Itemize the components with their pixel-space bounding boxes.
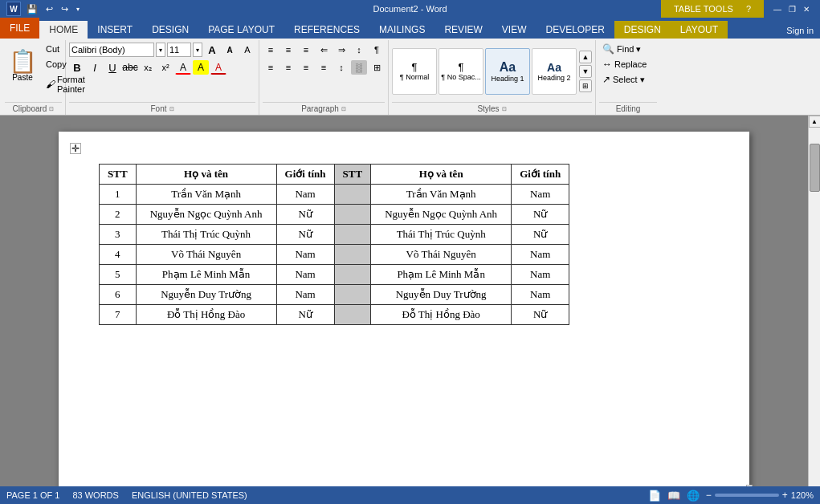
cell-name2-2[interactable]: Thái Thị Trúc Quỳnh <box>371 225 512 245</box>
font-grow-btn[interactable]: A <box>204 43 220 57</box>
style-heading1[interactable]: Aa Heading 1 <box>485 48 530 95</box>
cell-stt2-3[interactable] <box>334 245 371 265</box>
view-web-btn[interactable]: 🌐 <box>687 490 700 502</box>
tab-mailings[interactable]: MAILINGS <box>369 21 434 39</box>
multilevel-btn[interactable]: ≡ <box>298 43 314 57</box>
style-heading2[interactable]: Aa Heading 2 <box>532 48 577 95</box>
cell-name2-5[interactable]: Nguyễn Duy Trường <box>371 285 512 305</box>
cell-gender2-4[interactable]: Nam <box>512 265 569 285</box>
tab-home[interactable]: HOME <box>39 21 88 39</box>
cell-stt1-4[interactable]: 5 <box>100 265 137 285</box>
qat-more-btn[interactable]: ▾ <box>74 5 82 14</box>
numbering-btn[interactable]: ≡ <box>280 43 296 57</box>
font-color-btn[interactable]: A <box>210 60 226 75</box>
tab-file[interactable]: FILE <box>0 18 39 39</box>
show-marks-btn[interactable]: ¶ <box>369 43 385 57</box>
decrease-indent-btn[interactable]: ⇐ <box>316 43 332 57</box>
tab-page-layout[interactable]: PAGE LAYOUT <box>198 21 284 39</box>
styles-more-btn[interactable]: ⊞ <box>579 79 592 92</box>
clipboard-expand-icon[interactable]: ⊡ <box>49 106 54 112</box>
cell-gender1-2[interactable]: Nữ <box>276 225 334 245</box>
cell-stt2-0[interactable] <box>334 185 371 205</box>
align-left-btn[interactable]: ≡ <box>263 60 279 75</box>
cell-gender1-0[interactable]: Nam <box>276 185 334 205</box>
tab-insert[interactable]: INSERT <box>88 21 142 39</box>
sort-btn[interactable]: ↕ <box>351 43 367 57</box>
cell-name2-4[interactable]: Phạm Lê Minh Mẫn <box>371 265 512 285</box>
cell-stt1-2[interactable]: 3 <box>100 225 137 245</box>
cell-gender2-5[interactable]: Nam <box>512 285 569 305</box>
sign-in-link[interactable]: Sign in <box>786 26 814 35</box>
cell-gender2-0[interactable]: Nam <box>512 185 569 205</box>
tab-review[interactable]: REVIEW <box>434 21 492 39</box>
subscript-btn[interactable]: x₂ <box>140 60 156 75</box>
scroll-thumb[interactable] <box>810 144 820 192</box>
cell-stt1-3[interactable]: 4 <box>100 245 137 265</box>
help-btn[interactable]: ? <box>746 4 751 14</box>
font-shrink-btn[interactable]: A <box>222 43 238 57</box>
cell-name1-3[interactable]: Võ Thái Nguyên <box>136 245 276 265</box>
scroll-up-btn[interactable]: ▲ <box>809 116 821 128</box>
cell-name2-3[interactable]: Võ Thái Nguyên <box>371 245 512 265</box>
font-expand-icon[interactable]: ⊡ <box>169 106 174 112</box>
restore-btn[interactable]: ❐ <box>785 2 799 16</box>
bullets-btn[interactable]: ≡ <box>263 43 279 57</box>
bold-btn[interactable]: B <box>69 60 85 75</box>
styles-expand-icon[interactable]: ⊡ <box>502 106 507 112</box>
cell-gender1-5[interactable]: Nam <box>276 285 334 305</box>
zoom-slider[interactable] <box>715 494 779 497</box>
paragraph-expand-icon[interactable]: ⊡ <box>341 106 346 112</box>
minimize-btn[interactable]: — <box>770 2 785 16</box>
font-name-dropdown[interactable]: ▾ <box>156 43 165 57</box>
font-name-input[interactable] <box>69 43 154 57</box>
cell-gender1-6[interactable]: Nữ <box>276 305 334 325</box>
font-size-dropdown[interactable]: ▾ <box>193 43 202 57</box>
cell-name2-1[interactable]: Nguyễn Ngọc Quỳnh Anh <box>371 205 512 225</box>
cell-name1-6[interactable]: Đỗ Thị Hồng Đào <box>136 305 276 325</box>
cell-stt2-4[interactable] <box>334 265 371 285</box>
save-qat-btn[interactable]: 💾 <box>24 3 40 15</box>
select-btn[interactable]: ↗ Select ▾ <box>599 72 648 87</box>
view-reading-btn[interactable]: 📖 <box>667 490 680 502</box>
shading-btn[interactable]: ░ <box>351 60 367 75</box>
cell-gender1-4[interactable]: Nam <box>276 265 334 285</box>
cell-gender2-2[interactable]: Nữ <box>512 225 569 245</box>
tab-tt-design[interactable]: DESIGN <box>614 21 671 39</box>
redo-qat-btn[interactable]: ↪ <box>59 3 71 15</box>
zoom-in-btn[interactable]: + <box>782 490 788 501</box>
vertical-scrollbar[interactable]: ▲ ▼ <box>808 116 820 504</box>
undo-qat-btn[interactable]: ↩ <box>43 3 55 15</box>
cell-name1-2[interactable]: Thái Thị Trúc Quỳnh <box>136 225 276 245</box>
cell-name1-4[interactable]: Phạm Lê Minh Mẫn <box>136 265 276 285</box>
align-center-btn[interactable]: ≡ <box>280 60 296 75</box>
cell-stt2-6[interactable] <box>334 305 371 325</box>
styles-scroll-down[interactable]: ▼ <box>579 65 592 78</box>
zoom-out-btn[interactable]: − <box>706 490 712 501</box>
borders-btn[interactable]: ⊞ <box>369 60 385 75</box>
cell-name1-5[interactable]: Nguyễn Duy Trường <box>136 285 276 305</box>
cell-name2-6[interactable]: Đỗ Thị Hồng Đào <box>371 305 512 325</box>
superscript-btn[interactable]: x² <box>157 60 173 75</box>
paste-btn[interactable]: 📋 Paste <box>5 42 40 90</box>
styles-scroll-up[interactable]: ▲ <box>579 51 592 63</box>
italic-btn[interactable]: I <box>87 60 103 75</box>
view-normal-btn[interactable]: 📄 <box>648 490 661 502</box>
increase-indent-btn[interactable]: ⇒ <box>333 43 349 57</box>
cell-name1-1[interactable]: Nguyễn Ngọc Quỳnh Anh <box>136 205 276 225</box>
highlight-btn[interactable]: A <box>193 60 209 75</box>
cell-stt1-6[interactable]: 7 <box>100 305 137 325</box>
tab-design[interactable]: DESIGN <box>142 21 198 39</box>
table-move-handle[interactable]: ✛ <box>70 143 81 154</box>
tab-view[interactable]: VIEW <box>492 21 536 39</box>
font-size-input[interactable] <box>167 43 191 57</box>
cell-stt2-2[interactable] <box>334 225 371 245</box>
tab-developer[interactable]: DEVELOPER <box>536 21 614 39</box>
cell-name2-0[interactable]: Trần Văn Mạnh <box>371 185 512 205</box>
line-spacing-btn[interactable]: ↕ <box>333 60 349 75</box>
style-no-spacing[interactable]: ¶ ¶ No Spac... <box>439 48 483 95</box>
strikethrough-btn[interactable]: abc <box>122 60 138 75</box>
cell-stt1-5[interactable]: 6 <box>100 285 137 305</box>
style-normal[interactable]: ¶ ¶ Normal <box>392 48 437 95</box>
cell-gender1-1[interactable]: Nữ <box>276 205 334 225</box>
align-right-btn[interactable]: ≡ <box>298 60 314 75</box>
